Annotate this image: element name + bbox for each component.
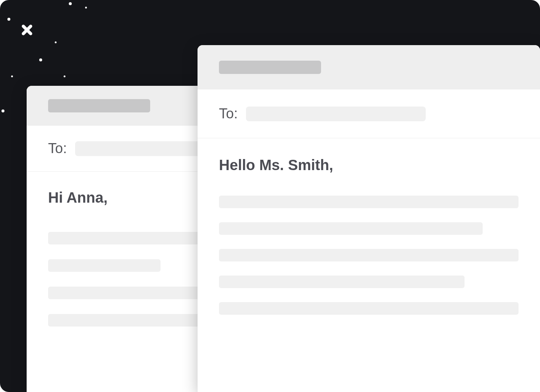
body-line-placeholder: [219, 249, 519, 261]
star-dot: [39, 58, 42, 61]
subject-placeholder[interactable]: [48, 99, 150, 112]
email-header: [198, 45, 540, 89]
star-dot: [1, 109, 4, 112]
body-line-placeholder: [48, 259, 161, 272]
to-row: To:: [198, 89, 540, 138]
illustration-canvas: To: Hi Anna, To: Hello Ms. Smith,: [0, 0, 540, 392]
to-label: To:: [48, 141, 67, 156]
to-input[interactable]: [246, 107, 426, 121]
star-dot: [11, 75, 13, 77]
sparkle-icon: [21, 24, 33, 36]
body-line-placeholder: [219, 302, 519, 315]
subject-placeholder[interactable]: [219, 61, 321, 74]
email-compose-card-front: To: Hello Ms. Smith,: [198, 45, 540, 392]
email-body[interactable]: Hello Ms. Smith,: [198, 138, 540, 315]
star-dot: [85, 7, 87, 9]
body-line-placeholder: [219, 222, 483, 235]
body-line-placeholder: [219, 276, 465, 288]
body-line-placeholder: [219, 196, 519, 208]
star-dot: [69, 2, 72, 5]
star-dot: [7, 18, 10, 21]
star-dot: [55, 41, 57, 43]
to-label: To:: [219, 106, 238, 122]
star-dot: [64, 75, 65, 77]
greeting-text: Hello Ms. Smith,: [219, 157, 519, 173]
